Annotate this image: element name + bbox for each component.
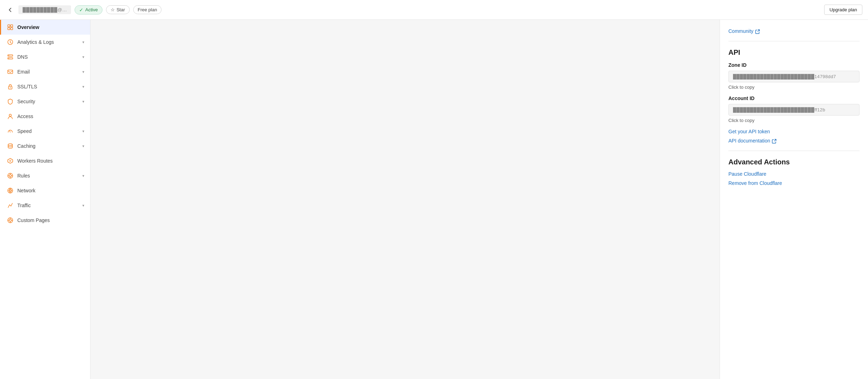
caching-icon — [7, 142, 14, 150]
external-link-icon — [772, 138, 776, 144]
access-icon — [7, 113, 14, 120]
sidebar-item-network[interactable]: Network — [0, 183, 90, 198]
remove-cloudflare-link[interactable]: Remove from Cloudflare — [728, 180, 860, 186]
external-link-icon — [755, 28, 760, 34]
chevron-down-icon: ▾ — [82, 174, 84, 178]
sidebar-item-analytics-logs[interactable]: Analytics & Logs ▾ — [0, 35, 90, 49]
api-token-link[interactable]: Get your API token — [728, 129, 860, 134]
traffic-icon — [7, 202, 14, 209]
lock-icon — [7, 83, 14, 90]
svg-rect-9 — [8, 70, 13, 74]
status-label: Active — [85, 7, 98, 12]
sidebar-item-dns-label: DNS — [17, 54, 79, 60]
sidebar-item-speed[interactable]: Speed ▾ — [0, 124, 90, 139]
svg-point-7 — [8, 55, 9, 56]
account-id-label: Account ID — [728, 95, 860, 101]
chevron-down-icon: ▾ — [82, 203, 84, 208]
content-area: Community API Zone ID ██████████████████… — [90, 20, 868, 379]
star-icon: ☆ — [111, 7, 115, 12]
svg-marker-14 — [8, 158, 13, 163]
svg-point-8 — [8, 58, 9, 59]
sidebar-item-access[interactable]: Access — [0, 109, 90, 124]
speed-icon — [7, 128, 14, 135]
account-id-copy[interactable]: Click to copy — [728, 118, 860, 123]
sidebar-item-custom-pages[interactable]: Custom Pages — [0, 213, 90, 228]
divider — [728, 41, 860, 41]
svg-point-17 — [9, 175, 11, 177]
sidebar-item-overview[interactable]: Overview — [0, 20, 90, 35]
star-button[interactable]: ☆ Star — [106, 5, 130, 14]
custom-pages-icon — [7, 217, 14, 224]
sidebar-item-traffic-label: Traffic — [17, 203, 79, 208]
domain-display: ██████████@... — [18, 5, 71, 14]
chevron-down-icon: ▾ — [82, 40, 84, 45]
svg-rect-1 — [11, 25, 13, 27]
svg-rect-2 — [8, 28, 10, 30]
community-label: Community — [728, 28, 753, 34]
grid-icon — [7, 24, 14, 31]
main-content — [90, 20, 720, 379]
sidebar-item-security[interactable]: Security ▾ — [0, 94, 90, 109]
sidebar-item-access-label: Access — [17, 113, 84, 119]
api-token-label: Get your API token — [728, 129, 770, 134]
chevron-down-icon: ▾ — [82, 70, 84, 74]
main-layout: Overview Analytics & Logs ▾ DN — [0, 20, 868, 379]
sidebar-item-rules-label: Rules — [17, 173, 79, 179]
email-icon — [7, 68, 14, 75]
advanced-actions-title: Advanced Actions — [728, 158, 860, 166]
sidebar-item-email-label: Email — [17, 69, 79, 75]
api-docs-link[interactable]: API documentation — [728, 138, 860, 144]
sidebar-item-traffic[interactable]: Traffic ▾ — [0, 198, 90, 213]
sidebar-item-analytics-logs-label: Analytics & Logs — [17, 39, 79, 45]
upgrade-button[interactable]: Upgrade plan — [824, 5, 862, 15]
sidebar-item-speed-label: Speed — [17, 128, 79, 134]
right-panel: Community API Zone ID ██████████████████… — [720, 20, 868, 379]
chevron-down-icon: ▾ — [82, 99, 84, 104]
sidebar-item-workers-routes[interactable]: Workers Routes — [0, 153, 90, 168]
account-id-field[interactable]: ████████████████████████ff12b — [728, 104, 860, 116]
api-section-title: API — [728, 48, 860, 57]
rules-icon — [7, 172, 14, 179]
chevron-down-icon: ▾ — [82, 129, 84, 134]
sidebar-item-custom-pages-label: Custom Pages — [17, 217, 84, 223]
shield-icon — [7, 98, 14, 105]
sidebar-item-ssl-tls-label: SSL/TLS — [17, 84, 79, 89]
chevron-down-icon: ▾ — [82, 144, 84, 148]
dns-icon — [7, 53, 14, 60]
back-button[interactable] — [6, 5, 15, 14]
topbar: ██████████@... ✓ Active ☆ Star Free plan… — [0, 0, 868, 20]
svg-point-13 — [8, 144, 12, 146]
check-icon: ✓ — [79, 7, 83, 13]
sidebar-item-dns[interactable]: DNS ▾ — [0, 49, 90, 64]
svg-point-24 — [9, 219, 11, 221]
status-badge: ✓ Active — [75, 5, 102, 14]
sidebar: Overview Analytics & Logs ▾ DN — [0, 20, 90, 379]
sidebar-item-email[interactable]: Email ▾ — [0, 64, 90, 79]
network-icon — [7, 187, 14, 194]
pause-cloudflare-link[interactable]: Pause Cloudflare — [728, 171, 860, 177]
star-label: Star — [117, 7, 125, 12]
sidebar-item-network-label: Network — [17, 188, 84, 193]
sidebar-item-overview-label: Overview — [17, 24, 84, 30]
svg-rect-0 — [8, 25, 10, 27]
sidebar-item-rules[interactable]: Rules ▾ — [0, 168, 90, 183]
sidebar-item-caching[interactable]: Caching ▾ — [0, 139, 90, 153]
api-docs-label: API documentation — [728, 138, 770, 144]
svg-point-15 — [10, 160, 11, 162]
sidebar-item-caching-label: Caching — [17, 143, 79, 149]
chart-icon — [7, 39, 14, 46]
svg-point-11 — [10, 87, 11, 88]
sidebar-item-security-label: Security — [17, 99, 79, 104]
sidebar-item-ssl-tls[interactable]: SSL/TLS ▾ — [0, 79, 90, 94]
sidebar-item-workers-routes-label: Workers Routes — [17, 158, 84, 164]
chevron-down-icon: ▾ — [82, 84, 84, 89]
divider — [728, 151, 860, 151]
plan-badge: Free plan — [133, 5, 162, 14]
workers-icon — [7, 157, 14, 164]
svg-point-12 — [9, 114, 11, 116]
zone-id-field[interactable]: ████████████████████████14798dd7 — [728, 71, 860, 82]
zone-id-copy[interactable]: Click to copy — [728, 84, 860, 90]
community-link[interactable]: Community — [728, 28, 860, 34]
chevron-down-icon: ▾ — [82, 55, 84, 59]
zone-id-label: Zone ID — [728, 62, 860, 68]
